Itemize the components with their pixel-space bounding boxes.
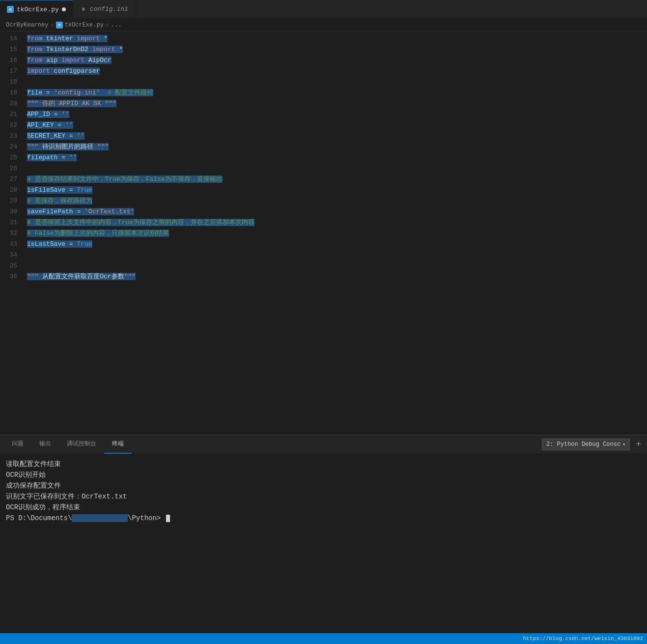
code-line-18: 18 <box>0 77 647 88</box>
line-num-21: 21 <box>0 109 27 120</box>
token-eq3: = <box>54 121 65 129</box>
tab-config-ini[interactable]: ≡ config.ini <box>73 0 136 19</box>
line-num-28: 28 <box>0 185 27 196</box>
line-num-22: 22 <box>0 120 27 131</box>
line-num-35: 35 <box>0 261 27 271</box>
token-configparser: configparser <box>50 67 100 75</box>
add-terminal-button[interactable]: + <box>634 439 643 449</box>
token-apikey: API_KEY <box>27 121 54 129</box>
line-content-21: APP_ID = '' <box>27 109 647 120</box>
panel-tab-output[interactable]: 输出 <box>31 435 59 454</box>
line-num-32: 32 <box>0 228 27 239</box>
code-line-26: 26 <box>0 163 647 174</box>
token-empty4: '' <box>69 154 77 161</box>
token-import: import <box>77 35 100 42</box>
panel-tab-issues[interactable]: 问题 <box>4 435 31 454</box>
token-file-var: file <box>27 89 42 96</box>
code-line-27: 27 # 是否保存结果到文件中，True为保存，False为不保存，直接输出 <box>0 174 647 185</box>
code-line-28: 28 isFileSave = True <box>0 185 647 196</box>
code-line-16: 16 from aip import AipOcr <box>0 55 647 66</box>
breadcrumb-extra: ... <box>111 22 122 29</box>
panel-tab-output-label: 输出 <box>39 439 51 448</box>
terminal-cursor <box>166 515 170 522</box>
line-content-14: from tkinter import * <box>27 33 647 44</box>
line-content-25: filepath = '' <box>27 152 647 163</box>
token-cmt4: # 是否保留上次文件中的内容，True为保存之前的内容，并在之后添加本次内容 <box>27 219 254 226</box>
line-num-18: 18 <box>0 77 27 88</box>
code-line-31: 31 # 是否保留上次文件中的内容，True为保存之前的内容，并在之后添加本次内… <box>0 217 647 228</box>
token-cmt3: # 若保存，保存路径为 <box>27 197 92 205</box>
terminal-content[interactable]: 读取配置文件结束 OCR识别开始 成功保存配置文件 识别文字已保存到文件：Ocr… <box>0 454 647 528</box>
line-content-31: # 是否保留上次文件中的内容，True为保存之前的内容，并在之后添加本次内容 <box>27 217 647 228</box>
terminal-line-2: OCR识别开始 <box>6 469 641 480</box>
line-num-15: 15 <box>0 44 27 55</box>
code-line-33: 33 isLastSave = True <box>0 239 647 250</box>
token-import3: import <box>61 57 84 64</box>
panel-tab-issues-label: 问题 <box>12 439 24 448</box>
line-content-15: from TkinterDnD2 import * <box>27 44 647 55</box>
line-num-14: 14 <box>0 33 27 44</box>
chevron-down-icon: ▾ <box>622 441 625 447</box>
token-cmt5: # False为删除上次的内容，只保留本次识别结果 <box>27 230 169 237</box>
token-true2: True <box>77 240 92 248</box>
token-empty3: '' <box>77 132 84 140</box>
line-num-17: 17 <box>0 66 27 77</box>
line-num-29: 29 <box>0 196 27 206</box>
token-imgpath: 待识别图片的路径 <box>38 143 97 150</box>
token-star2: * <box>115 46 123 53</box>
line-content-20: """ 你的 APPID AK SK """ <box>27 98 647 109</box>
line-num-24: 24 <box>0 142 27 152</box>
token-eq4: = <box>65 132 77 140</box>
token-from3: from <box>27 57 42 64</box>
panel-tab-bar: 问题 输出 调试控制台 终端 2: Python Debug Consc ▾ + <box>0 435 647 454</box>
tab-label-config: config.ini <box>90 5 128 13</box>
code-line-21: 21 APP_ID = '' <box>0 109 647 120</box>
token-isfilesave: isFileSave <box>27 186 65 194</box>
token-appid: APP_ID <box>27 111 50 118</box>
token-eq: = <box>42 89 54 96</box>
terminal-selector-label: 2: Python Debug Consc <box>546 441 620 448</box>
panel: 问题 输出 调试控制台 终端 2: Python Debug Consc ▾ +… <box>0 435 647 644</box>
token-config-str: 'config.ini' <box>54 89 100 96</box>
line-content-24: """ 待识别图片的路径 """ <box>27 142 647 152</box>
code-line-14: 14 from tkinter import * <box>0 33 647 44</box>
code-line-24: 24 """ 待识别图片的路径 """ <box>0 142 647 152</box>
token-mod: TkinterDnD2 <box>42 46 92 53</box>
python-file-icon: ⚙ <box>7 6 14 13</box>
panel-tab-terminal[interactable]: 终端 <box>104 435 132 454</box>
token-eq7: = <box>73 208 84 215</box>
line-num-26: 26 <box>0 163 27 174</box>
line-content-29: # 若保存，保存路径为 <box>27 196 647 206</box>
line-num-16: 16 <box>0 55 27 66</box>
terminal-line-6: PS D:\Documents\ \Python> <box>6 513 641 524</box>
token-import4: import <box>27 67 50 75</box>
token-true1: True <box>77 186 92 194</box>
terminal-selector[interactable]: 2: Python Debug Consc ▾ <box>542 439 630 450</box>
token-space: tkinter <box>42 35 77 42</box>
token-eq2: = <box>50 111 61 118</box>
line-content-33: isLastSave = True <box>27 239 647 250</box>
token-empty1: '' <box>61 111 69 118</box>
breadcrumb-file-icon: ⚙ <box>56 22 63 29</box>
token-docstr2: """ <box>27 143 38 150</box>
code-line-30: 30 saveFilePath = 'OcrText.txt' <box>0 206 647 217</box>
tab-tkOcrExe[interactable]: ⚙ tkOcrExe.py <box>0 0 73 19</box>
token-cmt1: # 配置文件路径 <box>100 89 153 96</box>
line-num-23: 23 <box>0 131 27 142</box>
code-line-29: 29 # 若保存，保存路径为 <box>0 196 647 206</box>
status-url: https://blog.csdn.net/weixin_43031092 <box>523 636 643 642</box>
token-from: from <box>27 46 42 53</box>
tab-label-tkOcrExe: tkOcrExe.py <box>17 6 59 13</box>
line-content-36: """ 从配置文件获取百度Ocr参数""" <box>27 271 647 282</box>
code-line-32: 32 # False为删除上次的内容，只保留本次识别结果 <box>0 228 647 239</box>
code-line-17: 17 import configparser <box>0 66 647 77</box>
line-num-30: 30 <box>0 206 27 217</box>
token-docstr2b: """ <box>97 143 109 150</box>
panel-tab-debug[interactable]: 调试控制台 <box>59 435 104 454</box>
code-line-23: 23 SECRET_KEY = '' <box>0 131 647 142</box>
line-content-23: SECRET_KEY = '' <box>27 131 647 142</box>
line-num-34: 34 <box>0 250 27 261</box>
line-num-20: 20 <box>0 98 27 109</box>
code-editor[interactable]: 14 from tkinter import * 15 from Tkinter… <box>0 31 647 435</box>
line-content-22: API_KEY = '' <box>27 120 647 131</box>
